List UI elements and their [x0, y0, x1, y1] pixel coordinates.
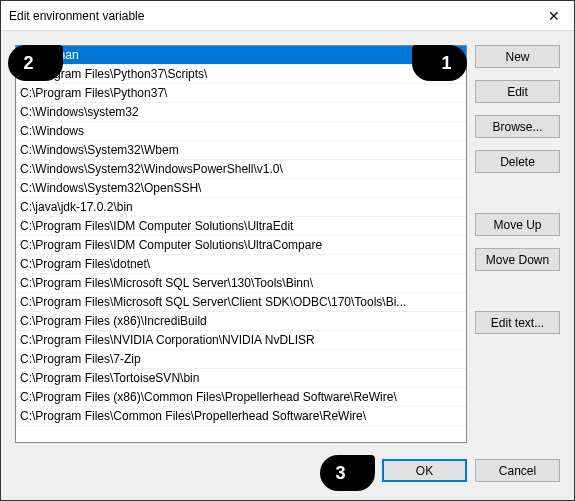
list-item[interactable]: C:\certman [16, 46, 466, 65]
list-item[interactable]: C:\Program Files (x86)\IncrediBuild [16, 312, 466, 331]
browse-button[interactable]: Browse... [475, 115, 560, 138]
ok-button[interactable]: OK [382, 459, 467, 482]
list-item[interactable]: C:\Program Files\dotnet\ [16, 255, 466, 274]
annotation-bubble-2: 2 [8, 45, 63, 81]
list-item[interactable]: C:\Program Files (x86)\Common Files\Prop… [16, 388, 466, 407]
annotation-bubble-1: 1 [412, 45, 467, 81]
edit-button[interactable]: Edit [475, 80, 560, 103]
footer: OK Cancel [1, 455, 574, 500]
list-item[interactable]: C:\Program Files\IDM Computer Solutions\… [16, 236, 466, 255]
new-button[interactable]: New [475, 45, 560, 68]
side-button-column: New Edit Browse... Delete Move Up Move D… [475, 45, 560, 455]
path-listbox[interactable]: C:\certmanC:\Program Files\Python37\Scri… [15, 45, 467, 443]
edit-text-button[interactable]: Edit text... [475, 311, 560, 334]
list-item[interactable]: C:\Program Files\NVIDIA Corporation\NVID… [16, 331, 466, 350]
move-up-button[interactable]: Move Up [475, 213, 560, 236]
move-down-button[interactable]: Move Down [475, 248, 560, 271]
list-item[interactable]: C:\Program Files\Common Files\Propellerh… [16, 407, 466, 426]
annotation-bubble-3: 3 [320, 455, 375, 491]
list-item[interactable]: C:\Windows\System32\WindowsPowerShell\v1… [16, 160, 466, 179]
list-item[interactable]: C:\Program Files\IDM Computer Solutions\… [16, 217, 466, 236]
list-item[interactable]: C:\Windows [16, 122, 466, 141]
list-item[interactable]: C:\java\jdk-17.0.2\bin [16, 198, 466, 217]
close-icon[interactable]: ✕ [534, 1, 574, 31]
list-item[interactable]: C:\Program Files\TortoiseSVN\bin [16, 369, 466, 388]
list-item[interactable]: C:\Windows\system32 [16, 103, 466, 122]
delete-button[interactable]: Delete [475, 150, 560, 173]
list-item[interactable]: C:\Program Files\Python37\Scripts\ [16, 65, 466, 84]
list-item[interactable]: C:\Program Files\Microsoft SQL Server\Cl… [16, 293, 466, 312]
content-area: C:\certmanC:\Program Files\Python37\Scri… [1, 31, 574, 455]
list-item[interactable]: C:\Windows\System32\Wbem [16, 141, 466, 160]
list-item[interactable]: C:\Program Files\Python37\ [16, 84, 466, 103]
list-item[interactable]: C:\Program Files\Microsoft SQL Server\13… [16, 274, 466, 293]
list-item[interactable]: C:\Windows\System32\OpenSSH\ [16, 179, 466, 198]
titlebar: Edit environment variable ✕ [1, 1, 574, 31]
window-title: Edit environment variable [9, 9, 534, 23]
dialog-window: Edit environment variable ✕ C:\certmanC:… [0, 0, 575, 501]
cancel-button[interactable]: Cancel [475, 459, 560, 482]
list-item[interactable]: C:\Program Files\7-Zip [16, 350, 466, 369]
